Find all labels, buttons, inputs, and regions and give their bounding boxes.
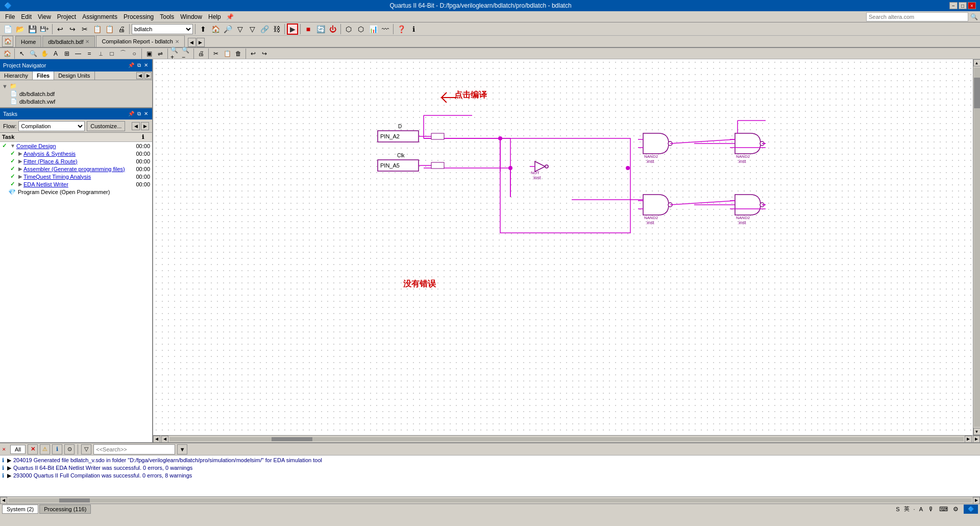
task-name-eda[interactable]: EDA Netlist Writer [23,181,68,187]
msg-expand-1[interactable]: ▶ [7,457,11,464]
tab-nav-forward[interactable]: ▶ [197,38,205,47]
wave-button[interactable]: 〰 [380,23,391,35]
vscroll-thumb[interactable] [974,78,980,108]
tasks-close[interactable]: ✕ [143,111,149,117]
rerun-button[interactable]: 🔄 [315,23,326,35]
hscroll-right2[interactable]: ▶ [973,436,980,443]
vscroll-up[interactable]: ▲ [973,59,981,66]
undo-btn2[interactable]: ↩ [248,49,258,59]
hierarchy-up-button[interactable]: ⬆ [198,23,209,35]
cut-button[interactable]: ✂ [79,23,90,35]
menu-view[interactable]: View [35,12,54,21]
hierarchy-button[interactable]: 🏠 [210,23,221,35]
expand-assembler[interactable]: ▶ [18,166,22,172]
delete-btn[interactable]: 🗑 [233,49,243,59]
hscroll-left[interactable]: ◀ [153,436,160,443]
pnav-pin[interactable]: 📌 [127,62,135,68]
zoom-tool[interactable]: 🔍 [28,49,38,59]
print-button[interactable]: 🖨 [116,23,127,35]
expand-analysis[interactable]: ▶ [18,151,22,156]
msg-clear-button[interactable]: ✕ [2,447,6,452]
msg-tab-all[interactable]: All [10,445,26,454]
pin-tool[interactable]: ⟂ [95,49,106,59]
status-icon-4[interactable]: 🔷 [964,505,978,514]
copy-btn2[interactable]: 📋 [222,49,232,59]
menu-project[interactable]: Project [54,12,79,21]
menu-file[interactable]: File [2,12,18,21]
expand-timequest[interactable]: ▶ [18,174,22,179]
task-row-program[interactable]: 💎 Program Device (Open Programmer) [0,188,152,196]
tab-home[interactable]: Home [15,36,41,47]
zoom-out-btn[interactable]: 🔍− [181,49,191,59]
menu-edit[interactable]: Edit [18,12,35,21]
chip1-button[interactable]: ⬡ [343,23,354,35]
entity-dropdown[interactable]: bdlatch [132,24,193,34]
vscroll-down[interactable]: ▼ [973,428,981,435]
chip2-button[interactable]: ⬡ [355,23,366,35]
canvas-horizontal-scrollbar[interactable]: ◀ ◀ ▶ ▶ [153,435,980,442]
arc-tool[interactable]: ⌒ [118,49,128,59]
help-btn[interactable]: ❓ [396,23,407,35]
bus-tool[interactable]: = [84,49,94,59]
redo-button[interactable]: ↪ [67,23,78,35]
save-button[interactable]: 💾 [27,23,38,35]
tab-compilation-close[interactable]: ✕ [175,39,179,44]
info-btn[interactable]: ℹ [408,23,419,35]
restore-button[interactable]: □ [959,2,967,9]
home-icon[interactable]: 🏠 [2,49,12,59]
search-input[interactable] [866,12,968,21]
task-row-compile-design[interactable]: ✓ ▼ Compile Design 00:00 [0,142,152,150]
tab-nav-back[interactable]: ◀ [188,38,196,47]
power-button[interactable]: ⏻ [327,23,338,35]
tasks-nav-forward[interactable]: ▶ [141,122,149,130]
text-tool[interactable]: A [51,49,61,59]
hscroll-track[interactable] [169,437,964,441]
task-row-analysis[interactable]: ✓ ▶ Analysis & Synthesis 00:00 [0,150,152,157]
msg-expand-3[interactable]: ▶ [7,472,11,479]
hand-tool[interactable]: ✋ [39,49,50,59]
task-name-assembler[interactable]: Assembler (Generate programming files) [23,166,125,172]
task-row-assembler[interactable]: ✓ ▶ Assembler (Generate programming file… [0,165,152,173]
tree-file-vwf[interactable]: 📄 db/bdlatch.vwf [2,98,150,105]
tree-file-bdf[interactable]: 📄 db/bdlatch.bdf [2,90,150,98]
copy-button[interactable]: 📋 [91,23,103,35]
customize-button[interactable]: Customize... [87,121,125,131]
bottom-hscroll[interactable]: ◀ ▶ [0,496,980,504]
status-icon-2[interactable]: ⌨ [939,505,947,513]
tab-design-units[interactable]: Design Units [54,71,94,80]
vscroll-track[interactable] [974,67,980,427]
open-button[interactable]: 📂 [14,23,26,35]
tasks-float[interactable]: ⧉ [136,111,142,117]
symbol-tool[interactable]: ⊞ [62,49,72,59]
task-name-fitter[interactable]: Fitter (Place & Route) [23,158,78,164]
filter-button[interactable]: ▽ [234,23,246,35]
task-row-eda[interactable]: ✓ ▶ EDA Netlist Writer 00:00 [0,180,152,188]
save-all-button[interactable]: 💾+ [39,23,50,35]
flow-dropdown[interactable]: Compilation [18,121,85,131]
tasks-nav-back[interactable]: ◀ [132,122,140,130]
expand-compile[interactable]: ▼ [10,143,15,149]
wire-tool[interactable]: — [73,49,83,59]
minimize-button[interactable]: − [949,2,958,9]
tab-bdf[interactable]: db/bdlatch.bdf ✕ [42,36,95,47]
menu-help[interactable]: Help [205,12,224,21]
stop-button[interactable]: ■ [303,23,314,35]
tasks-pin[interactable]: 📌 [127,111,135,117]
filter2-button[interactable]: ▽ [247,23,258,35]
canvas-vertical-scrollbar[interactable]: ▲ ▼ [973,59,980,435]
tab-hierarchy[interactable]: Hierarchy [0,71,33,80]
block-tool[interactable]: □ [107,49,117,59]
hscroll-right1[interactable]: ▶ [965,436,972,443]
msg-filter-icon[interactable]: ▽ [81,444,91,455]
msg-tab-errors[interactable]: ✕ [28,444,38,455]
new-button[interactable]: 📄 [2,23,13,35]
connect-button[interactable]: 🔗 [259,23,270,35]
help-icon[interactable]: 📌 [226,13,234,20]
task-name-timequest[interactable]: TimeQuest Timing Analysis [23,174,91,180]
print-btn2[interactable]: 🖨 [196,49,206,59]
hscroll-thumb[interactable] [272,437,312,441]
bottom-hscroll-left[interactable]: ◀ [0,497,7,504]
disconnect-button[interactable]: ⛓ [271,23,282,35]
tab-files[interactable]: Files [33,71,54,80]
nav-icon[interactable]: 🏠 [2,36,13,47]
